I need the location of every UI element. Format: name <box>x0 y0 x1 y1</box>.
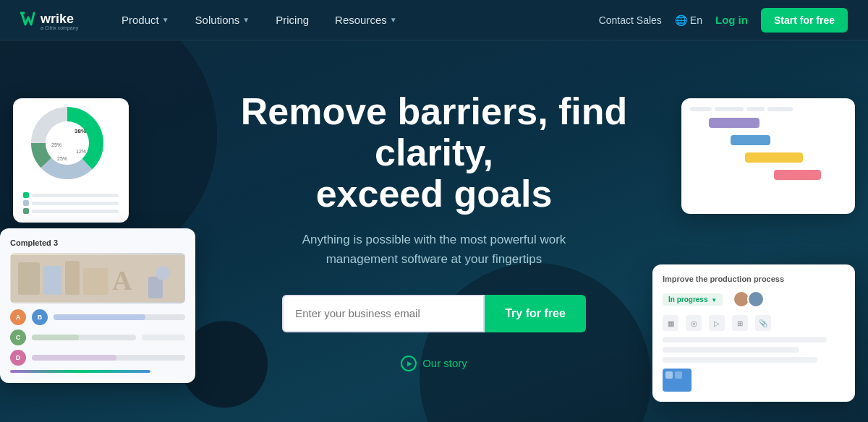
production-card-title: Improve the production process <box>663 275 845 283</box>
icon-row: ▦ ◎ ▷ ⊞ 📎 <box>663 315 845 331</box>
logo[interactable]: wrike a Citrix company <box>20 9 85 32</box>
calendar-icon: ▦ <box>663 315 678 331</box>
chevron-down-icon: ▼ <box>242 16 250 24</box>
grid-icon: ⊞ <box>732 315 748 331</box>
svg-text:25%: 25% <box>51 142 61 147</box>
svg-text:a Citrix company: a Citrix company <box>41 25 79 31</box>
svg-text:12%: 12% <box>76 149 86 154</box>
avatar: C <box>10 330 26 345</box>
task-list-card: Completed 3 A A B <box>0 228 195 383</box>
hero-cta: Try for free <box>199 295 669 332</box>
status-row: In progress ▼ <box>663 290 845 308</box>
our-story-link[interactable]: ▶ Our story <box>199 356 669 371</box>
check-icon: ◎ <box>686 315 702 331</box>
nav-menu: Product ▼ Solutions ▼ Pricing Resources … <box>109 0 599 40</box>
globe-icon: 🌐 <box>675 14 687 26</box>
email-input[interactable] <box>282 295 485 332</box>
svg-text:25%: 25% <box>57 156 67 161</box>
svg-text:38%: 38% <box>75 128 86 134</box>
navbar-right: Contact Sales 🌐 En Log in Start for free <box>599 8 848 33</box>
contact-sales-link[interactable]: Contact Sales <box>599 14 662 26</box>
task-image: A <box>10 253 185 303</box>
navbar: wrike a Citrix company Product ▼ Solutio… <box>0 0 868 40</box>
nav-item-resources[interactable]: Resources ▼ <box>322 0 410 40</box>
completed-count: 3 <box>54 238 58 247</box>
task-block <box>663 369 692 392</box>
task-item: D <box>10 350 185 366</box>
play-icon: ▶ <box>407 360 412 367</box>
try-for-free-button[interactable]: Try for free <box>485 295 586 332</box>
chevron-down-icon: ▼ <box>162 16 169 24</box>
attachment-icon: 📎 <box>755 315 771 331</box>
login-button[interactable]: Log in <box>715 14 748 26</box>
hero-subtitle: Anything is possible with the most power… <box>199 230 669 269</box>
nav-item-product[interactable]: Product ▼ <box>109 0 182 40</box>
nav-item-solutions[interactable]: Solutions ▼ <box>182 0 263 40</box>
svg-rect-16 <box>83 268 109 295</box>
language-selector[interactable]: 🌐 En <box>675 14 702 26</box>
production-card: Improve the production process In progre… <box>652 264 855 402</box>
hero-title: Remove barriers, find clarity, exceed go… <box>199 91 669 215</box>
hero-section: 38% 25% 12% 25% Completed <box>0 40 868 422</box>
avatar: B <box>32 309 48 325</box>
svg-rect-14 <box>43 266 61 295</box>
svg-point-19 <box>156 266 170 280</box>
svg-text:wrike: wrike <box>40 12 74 26</box>
start-for-free-button[interactable]: Start for free <box>761 8 848 33</box>
play-circle-icon: ▶ <box>401 356 417 371</box>
svg-rect-13 <box>18 262 40 295</box>
gantt-card <box>681 98 855 214</box>
avatar: A <box>10 309 26 325</box>
task-item: C <box>10 330 185 345</box>
content-lines <box>663 337 845 363</box>
play-icon: ▷ <box>709 315 725 331</box>
chevron-down-icon: ▼ <box>390 16 397 24</box>
status-badge: In progress ▼ <box>663 293 723 306</box>
svg-rect-15 <box>65 261 80 295</box>
gantt-rows <box>690 117 846 181</box>
pie-chart-card: 38% 25% 12% 25% <box>13 98 129 223</box>
hero-content: Remove barriers, find clarity, exceed go… <box>199 91 669 371</box>
avatar: D <box>10 350 26 366</box>
completed-label: Completed 3 <box>10 238 185 247</box>
svg-text:A: A <box>112 265 132 296</box>
task-item: A B <box>10 309 185 325</box>
nav-item-pricing[interactable]: Pricing <box>263 0 322 40</box>
